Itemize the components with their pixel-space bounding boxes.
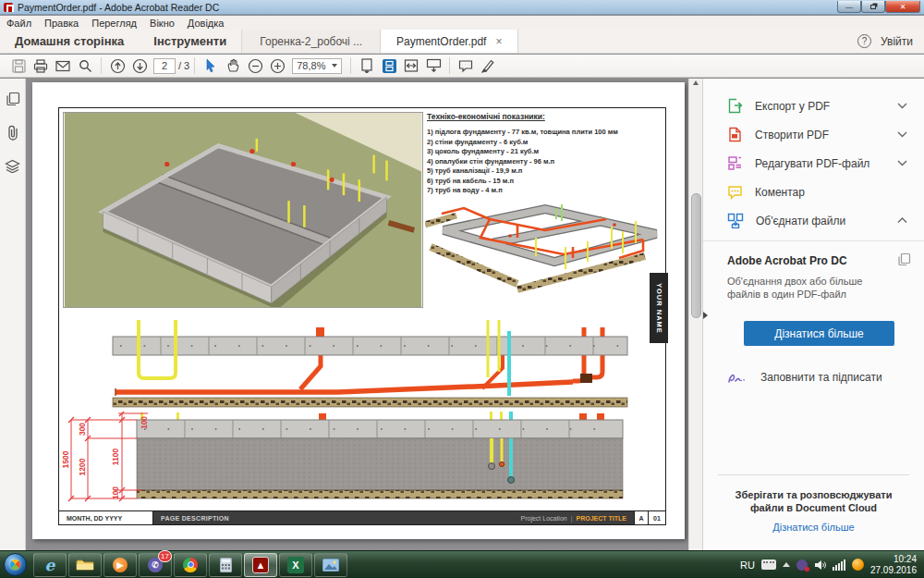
learn-more-button[interactable]: Дізнатися більше xyxy=(744,321,894,346)
author-name-tag: YOUR NAME xyxy=(650,273,668,343)
taskbar-internet-explorer[interactable]: e xyxy=(33,553,67,577)
title-bar: PaymentOrder.pdf - Adobe Acrobat Reader … xyxy=(0,0,924,15)
export-pdf-icon xyxy=(727,98,743,114)
menu-help[interactable]: Довідка xyxy=(181,18,231,29)
menu-view[interactable]: Перегляд xyxy=(85,18,143,29)
navigation-sidebar xyxy=(0,79,26,550)
tool-combine-files[interactable]: Об'єднати файли xyxy=(703,206,924,235)
tool-label: Створити PDF xyxy=(755,129,829,141)
taskbar-viber[interactable]: ✆ 17 xyxy=(139,553,172,577)
taskbar-excel[interactable]: X xyxy=(279,553,312,577)
tool-label: Об'єднати файли xyxy=(756,215,845,228)
presentation-mode-icon[interactable] xyxy=(422,56,444,75)
clock-time: 10:24 xyxy=(870,554,917,565)
sheet-description: PAGE DESCRIPTION xyxy=(161,515,229,522)
taskbar-media-player[interactable]: ▶ xyxy=(103,553,137,577)
minimize-button[interactable]: — xyxy=(837,1,861,13)
scroll-up-icon[interactable] xyxy=(693,80,699,85)
scrolling-view-icon[interactable] xyxy=(378,56,400,75)
menu-edit[interactable]: Правка xyxy=(38,18,85,29)
print-icon[interactable] xyxy=(30,56,52,75)
tool-comment[interactable]: Коментар xyxy=(703,178,924,206)
project-title: PROJECT TITLE xyxy=(577,515,626,522)
tool-create-pdf[interactable]: Створити PDF xyxy=(703,120,924,149)
start-button[interactable] xyxy=(4,553,27,576)
network-icon[interactable] xyxy=(833,560,845,571)
menu-file[interactable]: Файл xyxy=(0,18,38,29)
taskbar-chrome[interactable] xyxy=(174,553,207,577)
scrollbar-thumb[interactable] xyxy=(691,193,701,318)
taskbar-calculator[interactable] xyxy=(209,553,242,577)
tab-document-gorenka-label: Горенка-2_робочі ... xyxy=(260,35,362,48)
promo-heading: Adobe Acrobat Pro DC xyxy=(727,254,907,267)
acrobat-window: PaymentOrder.pdf - Adobe Acrobat Reader … xyxy=(0,0,924,578)
folder-icon xyxy=(76,558,94,572)
panel-divider xyxy=(718,474,909,475)
antivirus-tray-icon[interactable] xyxy=(852,559,864,571)
next-page-icon[interactable] xyxy=(128,56,151,75)
viber-tray-icon[interactable] xyxy=(796,560,808,571)
create-pdf-icon xyxy=(727,127,743,142)
tab-document-paymentorder[interactable]: PaymentOrder.pdf × xyxy=(380,30,518,53)
project-location: Project Location xyxy=(521,515,567,522)
taskbar-acrobat-reader[interactable]: ▲ xyxy=(244,553,277,577)
tool-edit-pdf[interactable]: Редагувати PDF-файл xyxy=(703,149,924,178)
keyboard-icon[interactable] xyxy=(761,560,776,570)
zoom-in-icon[interactable] xyxy=(266,56,288,75)
promo-body: Об'єднання двох або більше файлів в один… xyxy=(727,275,894,301)
fill-sign-icon xyxy=(727,370,749,385)
email-icon[interactable] xyxy=(52,56,74,75)
dimension-overall: 1500 xyxy=(61,450,70,468)
vertical-scrollbar[interactable] xyxy=(688,79,702,550)
sheet-number: 01 xyxy=(648,511,665,524)
zoom-level-select[interactable]: 78,8% xyxy=(292,58,342,74)
previous-page-icon[interactable] xyxy=(106,56,128,75)
menu-bar: Файл Правка Перегляд Вікно Довідка xyxy=(0,16,924,30)
dimension-top: 100 xyxy=(140,416,149,429)
taskbar-photo-viewer[interactable] xyxy=(314,553,347,577)
sheet-revision: A xyxy=(634,511,648,524)
taskbar-file-explorer[interactable] xyxy=(68,553,102,577)
layers-icon[interactable] xyxy=(5,159,20,177)
tab-close-icon[interactable]: × xyxy=(495,35,502,48)
comment-tool-icon[interactable] xyxy=(455,56,477,75)
spec-line: 6) труб на кабель - 15 м.п xyxy=(427,177,663,187)
tab-home[interactable]: Домашня сторінка xyxy=(0,30,139,53)
highlight-tool-icon[interactable] xyxy=(477,56,499,75)
page-number-input[interactable]: 2 xyxy=(153,58,176,74)
language-indicator[interactable]: RU xyxy=(740,560,755,571)
spec-line: 2) стіни фундаменту - 6 куб.м xyxy=(427,138,663,148)
hidden-icons-icon[interactable] xyxy=(783,562,790,567)
sign-in-button[interactable]: Увійти xyxy=(881,35,913,48)
spec-line: 3) цоколь фундаменту - 21 куб.м xyxy=(427,147,663,157)
tab-tools[interactable]: Інструменти xyxy=(139,30,241,53)
volume-icon[interactable] xyxy=(814,560,826,571)
tool-fill-sign[interactable]: Заповнити та підписати xyxy=(727,370,924,385)
clock-date: 27.09.2016 xyxy=(870,565,917,576)
taskbar-clock[interactable]: 10:24 27.09.2016 xyxy=(870,554,917,576)
menu-window[interactable]: Вікно xyxy=(143,18,181,29)
fit-width-icon[interactable] xyxy=(400,56,422,75)
restore-button[interactable] xyxy=(861,1,885,13)
windows-taskbar: e ▶ ✆ 17 ▲ X RU xyxy=(0,550,924,578)
toolbar: 2 / 3 78,8% xyxy=(0,55,924,78)
search-icon[interactable] xyxy=(74,56,96,75)
page-total-label: / 3 xyxy=(178,60,189,71)
cloud-learn-more-link[interactable]: Дізнатися більше xyxy=(772,522,854,533)
specs-heading: Техніко-економічні показники: xyxy=(427,112,663,121)
tool-export-pdf[interactable]: Експорт у PDF xyxy=(703,92,924,120)
hand-tool-icon[interactable] xyxy=(222,56,244,75)
single-page-view-icon[interactable] xyxy=(356,56,378,75)
help-icon[interactable]: ? xyxy=(857,34,871,48)
calculator-icon xyxy=(220,558,232,572)
system-tray: RU 10:24 27.09.2016 xyxy=(740,554,924,576)
save-icon[interactable] xyxy=(7,56,30,75)
zoom-out-icon[interactable] xyxy=(244,56,266,75)
tab-document-gorenka[interactable]: Горенка-2_робочі ... xyxy=(241,30,380,53)
dimension-plinth: 300 xyxy=(78,423,87,436)
close-button[interactable]: ✕ xyxy=(885,1,920,13)
combine-files-icon xyxy=(727,213,744,228)
page-thumbnails-icon[interactable] xyxy=(6,92,20,110)
select-tool-icon[interactable] xyxy=(200,56,222,75)
attachments-icon[interactable] xyxy=(6,125,19,144)
